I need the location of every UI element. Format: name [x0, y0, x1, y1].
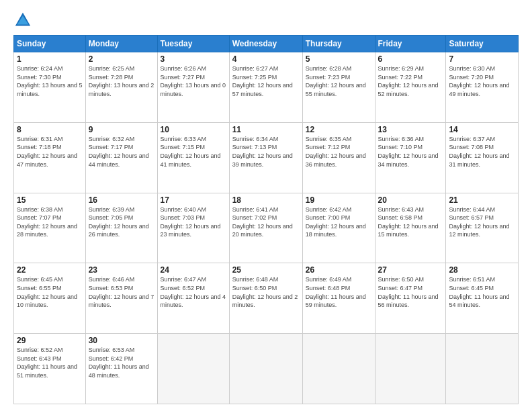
day-info: Sunrise: 6:41 AMSunset: 7:02 PMDaylight:… — [232, 205, 300, 239]
day-info: Sunrise: 6:45 AMSunset: 6:55 PMDaylight:… — [17, 275, 83, 309]
day-number: 17 — [161, 195, 226, 205]
day-cell: 26 Sunrise: 6:49 AMSunset: 6:48 PMDaylig… — [302, 263, 375, 334]
day-number: 18 — [232, 195, 300, 205]
day-info: Sunrise: 6:25 AMSunset: 7:28 PMDaylight:… — [89, 64, 154, 98]
day-info: Sunrise: 6:33 AMSunset: 7:15 PMDaylight:… — [161, 135, 226, 169]
day-cell: 11 Sunrise: 6:34 AMSunset: 7:13 PMDaylig… — [229, 122, 302, 193]
day-info: Sunrise: 6:26 AMSunset: 7:27 PMDaylight:… — [161, 64, 226, 98]
day-number: 1 — [17, 54, 83, 64]
day-info: Sunrise: 6:29 AMSunset: 7:22 PMDaylight:… — [378, 64, 443, 98]
day-number: 9 — [89, 125, 154, 134]
calendar-table: SundayMondayTuesdayWednesdayThursdayFrid… — [13, 35, 519, 404]
day-cell: 13 Sunrise: 6:36 AMSunset: 7:10 PMDaylig… — [375, 122, 446, 193]
day-number: 30 — [89, 336, 154, 345]
day-cell: 23 Sunrise: 6:46 AMSunset: 6:53 PMDaylig… — [85, 263, 157, 334]
day-info: Sunrise: 6:38 AMSunset: 7:07 PMDaylight:… — [17, 205, 83, 239]
day-number: 4 — [232, 54, 300, 64]
day-cell — [302, 334, 375, 404]
day-info: Sunrise: 6:40 AMSunset: 7:03 PMDaylight:… — [161, 205, 226, 239]
day-number: 6 — [378, 54, 443, 64]
day-number: 19 — [306, 195, 372, 205]
day-info: Sunrise: 6:47 AMSunset: 6:52 PMDaylight:… — [161, 275, 226, 309]
day-cell: 22 Sunrise: 6:45 AMSunset: 6:55 PMDaylig… — [14, 263, 86, 334]
day-info: Sunrise: 6:46 AMSunset: 6:53 PMDaylight:… — [89, 275, 154, 309]
page: SundayMondayTuesdayWednesdayThursdayFrid… — [0, 0, 532, 411]
header-cell-saturday: Saturday — [446, 36, 519, 52]
day-cell: 7 Sunrise: 6:30 AMSunset: 7:20 PMDayligh… — [446, 52, 519, 123]
day-cell: 30 Sunrise: 6:53 AMSunset: 6:42 PMDaylig… — [85, 334, 157, 404]
header-cell-friday: Friday — [375, 36, 446, 52]
day-cell: 12 Sunrise: 6:35 AMSunset: 7:12 PMDaylig… — [302, 122, 375, 193]
day-number: 26 — [306, 265, 372, 275]
day-number: 24 — [161, 265, 226, 275]
day-cell: 28 Sunrise: 6:51 AMSunset: 6:45 PMDaylig… — [446, 263, 519, 334]
day-info: Sunrise: 6:39 AMSunset: 7:05 PMDaylight:… — [89, 205, 154, 239]
header-cell-sunday: Sunday — [14, 36, 86, 52]
day-number: 28 — [449, 265, 515, 275]
day-cell: 24 Sunrise: 6:47 AMSunset: 6:52 PMDaylig… — [157, 263, 229, 334]
day-number: 21 — [449, 195, 515, 205]
week-row-3: 22 Sunrise: 6:45 AMSunset: 6:55 PMDaylig… — [14, 263, 519, 334]
week-row-2: 15 Sunrise: 6:38 AMSunset: 7:07 PMDaylig… — [14, 193, 519, 263]
header-row: SundayMondayTuesdayWednesdayThursdayFrid… — [14, 36, 519, 52]
day-cell: 8 Sunrise: 6:31 AMSunset: 7:18 PMDayligh… — [14, 122, 86, 193]
day-number: 15 — [17, 195, 83, 205]
header-cell-wednesday: Wednesday — [229, 36, 302, 52]
day-number: 5 — [306, 54, 372, 64]
day-cell: 9 Sunrise: 6:32 AMSunset: 7:17 PMDayligh… — [85, 122, 157, 193]
day-number: 8 — [17, 125, 83, 134]
day-cell: 3 Sunrise: 6:26 AMSunset: 7:27 PMDayligh… — [157, 52, 229, 123]
day-number: 14 — [449, 125, 515, 134]
day-info: Sunrise: 6:50 AMSunset: 6:47 PMDaylight:… — [378, 275, 443, 309]
header — [13, 11, 519, 30]
day-cell: 6 Sunrise: 6:29 AMSunset: 7:22 PMDayligh… — [375, 52, 446, 123]
day-info: Sunrise: 6:28 AMSunset: 7:23 PMDaylight:… — [306, 64, 372, 98]
day-number: 22 — [17, 265, 83, 275]
day-info: Sunrise: 6:43 AMSunset: 6:58 PMDaylight:… — [378, 205, 443, 239]
day-number: 13 — [378, 125, 443, 134]
day-number: 2 — [89, 54, 154, 64]
day-info: Sunrise: 6:37 AMSunset: 7:08 PMDaylight:… — [449, 135, 515, 169]
day-cell: 2 Sunrise: 6:25 AMSunset: 7:28 PMDayligh… — [85, 52, 157, 123]
week-row-4: 29 Sunrise: 6:52 AMSunset: 6:43 PMDaylig… — [14, 334, 519, 404]
day-number: 29 — [17, 336, 83, 345]
day-number: 27 — [378, 265, 443, 275]
day-number: 25 — [232, 265, 300, 275]
day-info: Sunrise: 6:30 AMSunset: 7:20 PMDaylight:… — [449, 64, 515, 98]
day-cell: 16 Sunrise: 6:39 AMSunset: 7:05 PMDaylig… — [85, 193, 157, 263]
header-cell-thursday: Thursday — [302, 36, 375, 52]
day-cell: 15 Sunrise: 6:38 AMSunset: 7:07 PMDaylig… — [14, 193, 86, 263]
day-info: Sunrise: 6:52 AMSunset: 6:43 PMDaylight:… — [17, 346, 83, 379]
day-info: Sunrise: 6:44 AMSunset: 6:57 PMDaylight:… — [449, 205, 515, 239]
day-info: Sunrise: 6:51 AMSunset: 6:45 PMDaylight:… — [449, 275, 515, 309]
day-cell: 17 Sunrise: 6:40 AMSunset: 7:03 PMDaylig… — [157, 193, 229, 263]
week-row-1: 8 Sunrise: 6:31 AMSunset: 7:18 PMDayligh… — [14, 122, 519, 193]
day-info: Sunrise: 6:53 AMSunset: 6:42 PMDaylight:… — [89, 346, 154, 379]
day-info: Sunrise: 6:27 AMSunset: 7:25 PMDaylight:… — [232, 64, 300, 98]
day-cell: 25 Sunrise: 6:48 AMSunset: 6:50 PMDaylig… — [229, 263, 302, 334]
day-cell: 21 Sunrise: 6:44 AMSunset: 6:57 PMDaylig… — [446, 193, 519, 263]
day-cell — [229, 334, 302, 404]
day-number: 7 — [449, 54, 515, 64]
day-cell — [446, 334, 519, 404]
day-info: Sunrise: 6:36 AMSunset: 7:10 PMDaylight:… — [378, 135, 443, 169]
header-cell-monday: Monday — [85, 36, 157, 52]
logo — [13, 11, 35, 30]
day-cell: 19 Sunrise: 6:42 AMSunset: 7:00 PMDaylig… — [302, 193, 375, 263]
day-info: Sunrise: 6:24 AMSunset: 7:30 PMDaylight:… — [17, 64, 83, 98]
day-cell: 18 Sunrise: 6:41 AMSunset: 7:02 PMDaylig… — [229, 193, 302, 263]
day-info: Sunrise: 6:31 AMSunset: 7:18 PMDaylight:… — [17, 135, 83, 169]
header-cell-tuesday: Tuesday — [157, 36, 229, 52]
day-number: 10 — [161, 125, 226, 134]
week-row-0: 1 Sunrise: 6:24 AMSunset: 7:30 PMDayligh… — [14, 52, 519, 123]
day-cell: 10 Sunrise: 6:33 AMSunset: 7:15 PMDaylig… — [157, 122, 229, 193]
day-info: Sunrise: 6:35 AMSunset: 7:12 PMDaylight:… — [306, 135, 372, 169]
day-cell: 1 Sunrise: 6:24 AMSunset: 7:30 PMDayligh… — [14, 52, 86, 123]
day-info: Sunrise: 6:42 AMSunset: 7:00 PMDaylight:… — [306, 205, 372, 239]
day-number: 23 — [89, 265, 154, 275]
day-number: 11 — [232, 125, 300, 134]
day-cell: 27 Sunrise: 6:50 AMSunset: 6:47 PMDaylig… — [375, 263, 446, 334]
day-cell: 20 Sunrise: 6:43 AMSunset: 6:58 PMDaylig… — [375, 193, 446, 263]
day-cell — [375, 334, 446, 404]
day-cell: 14 Sunrise: 6:37 AMSunset: 7:08 PMDaylig… — [446, 122, 519, 193]
